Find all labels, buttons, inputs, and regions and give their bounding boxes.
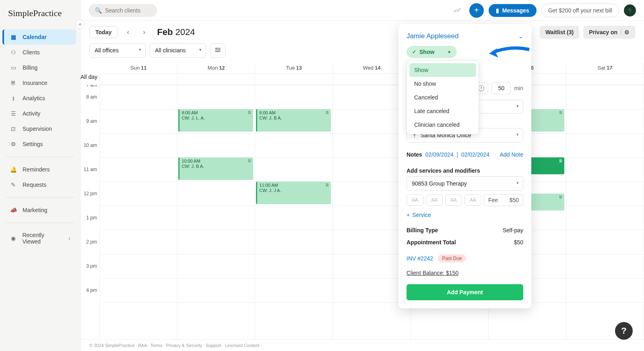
status-option-no-show[interactable]: No show — [409, 77, 476, 91]
status-option-clinician-canceled[interactable]: Clinician canceled — [409, 118, 476, 132]
trend-icon-button[interactable] — [450, 3, 464, 18]
calendar-filters: All offices All clinicians — [80, 43, 644, 62]
search-input[interactable]: 🔍 Search clients — [89, 4, 157, 17]
avatar[interactable] — [624, 4, 636, 17]
modifier-input-3[interactable]: AA — [445, 194, 462, 206]
sidebar-item-marketing[interactable]: 📣Marketing — [4, 202, 76, 218]
note-link-2[interactable]: 02/02/2024 — [461, 151, 489, 158]
hour-label: 10 am — [80, 142, 99, 167]
svg-point-3 — [217, 51, 218, 52]
day-header: Sat 17 — [566, 62, 644, 73]
appointment-flyout: Jamie Appleseed ⌄ ✓ Show ▼ ShowNo showCa… — [398, 24, 531, 308]
messages-button[interactable]: ▮ Messages — [489, 4, 537, 17]
hour-label: 8 am — [80, 94, 99, 118]
sidebar-item-supervision[interactable]: ⊡Supervision — [4, 121, 76, 136]
gear-icon: ⚙ — [621, 29, 630, 35]
day-header: Sun 11 — [100, 62, 178, 73]
settings-icon: ⚙ — [10, 140, 17, 148]
logo: SimplePractice — [0, 5, 80, 27]
status-dropdown[interactable]: ✓ Show ▼ — [407, 46, 457, 58]
chevron-down-icon[interactable]: ⌄ — [518, 33, 523, 39]
allday-cell[interactable] — [178, 74, 255, 85]
check-icon: ✓ — [412, 49, 416, 55]
add-payment-button[interactable]: Add Payment — [407, 284, 523, 300]
sidebar: SimplePractice « ▦Calendar⚇Clients▭Billi… — [0, 0, 80, 351]
next-week-button[interactable]: › — [138, 27, 150, 38]
plus-icon: + — [407, 212, 410, 218]
note-icon: 🗎 — [559, 159, 563, 163]
client-name-link[interactable]: Jamie Appleseed — [407, 32, 458, 40]
sidebar-item-recently-viewed[interactable]: ◉ Recently Viewed › — [4, 228, 76, 249]
chevron-right-icon: › — [68, 235, 70, 242]
hour-label: 4 pm — [80, 287, 99, 312]
status-menu: ShowNo showCanceledLate canceledClinicia… — [407, 60, 479, 134]
prev-week-button[interactable]: ‹ — [122, 27, 134, 38]
sidebar-item-requests[interactable]: ✎Requests — [4, 177, 76, 192]
help-fab[interactable]: ? — [615, 322, 633, 340]
note-icon: 🗎 — [559, 110, 563, 115]
eye-icon: ◉ — [10, 235, 17, 242]
note-icon: 🗎 — [559, 195, 563, 200]
filter-settings-button[interactable] — [210, 43, 225, 58]
calendar-event[interactable]: 11:00 AMCW: J. J A.🗎 — [256, 182, 331, 204]
hour-label: 9 am — [80, 118, 99, 142]
client-balance-link[interactable]: Client Balance: $150 — [407, 270, 523, 276]
sidebar-item-activity[interactable]: ☰Activity — [4, 106, 76, 121]
invoice-link[interactable]: INV #2242 — [407, 255, 433, 262]
calendar-toolbar: Today ‹ › Feb 2024 Waitlist (3) Privacy … — [80, 21, 644, 43]
day-column[interactable]: 8:00 AMCW: J. B A.🗎11:00 AMCW: J. J A.🗎 — [255, 85, 333, 339]
note-icon: 🗎 — [325, 183, 329, 188]
calendar-event[interactable]: 8:00 AMCW: J. L. A.🗎 — [178, 109, 253, 132]
day-header: Mon 12 — [178, 62, 255, 73]
offices-select[interactable]: All offices — [89, 43, 146, 58]
sidebar-item-clients[interactable]: ⚇Clients — [4, 45, 76, 60]
sidebar-item-billing[interactable]: ▭Billing — [4, 60, 76, 75]
analytics-icon: ⫿ — [10, 95, 17, 102]
modifier-input-1[interactable]: AA — [407, 194, 423, 206]
promo-button[interactable]: Get $200 off your next bill — [541, 4, 619, 17]
billing-icon: ▭ — [10, 64, 17, 71]
status-option-show[interactable]: Show — [409, 63, 476, 77]
day-column[interactable] — [100, 85, 178, 339]
note-icon: 🗎 — [325, 110, 329, 115]
allday-label: All day — [80, 74, 99, 80]
modifier-input-4[interactable]: AA — [464, 194, 481, 206]
day-column[interactable] — [566, 85, 644, 339]
allday-cell[interactable] — [566, 74, 644, 85]
caret-down-icon: ▼ — [447, 50, 451, 54]
today-button[interactable]: Today — [89, 26, 118, 38]
add-note-button[interactable]: Add Note — [500, 151, 523, 158]
status-option-canceled[interactable]: Canceled — [409, 91, 476, 104]
note-link-1[interactable]: 02/09/2024 — [425, 151, 454, 158]
allday-cell[interactable] — [255, 74, 333, 85]
note-icon: 🗎 — [248, 110, 252, 115]
hour-label: 12 pm — [80, 191, 99, 215]
privacy-button[interactable]: Privacy on⚙ — [583, 26, 635, 39]
add-button[interactable]: + — [469, 3, 484, 18]
sidebar-item-reminders[interactable]: 🔔Reminders — [4, 162, 76, 177]
supervision-icon: ⊡ — [10, 125, 17, 132]
sidebar-item-insurance[interactable]: ⛨Insurance — [4, 75, 76, 91]
hour-label: 1 pm — [80, 215, 99, 239]
allday-cell[interactable] — [100, 74, 178, 85]
sidebar-item-calendar[interactable]: ▦Calendar — [2, 29, 76, 45]
clients-icon: ⚇ — [10, 49, 17, 56]
day-column[interactable]: 8:00 AMCW: J. L. A.🗎10:00 AMCW: J. B A.🗎 — [178, 85, 255, 339]
chat-icon: ▮ — [496, 7, 499, 14]
clinicians-select[interactable]: All clinicians — [150, 43, 206, 58]
calendar-event[interactable]: 10:00 AMCW: J. B A.🗎 — [178, 157, 253, 180]
footer: © 2024 SimplePractice · BAA · Terms · Pr… — [80, 339, 644, 351]
hour-label: 11 am — [80, 167, 99, 191]
requests-icon: ✎ — [10, 181, 17, 188]
add-service-button[interactable]: + Service — [407, 212, 523, 218]
sidebar-item-analytics[interactable]: ⫿Analytics — [4, 91, 76, 106]
megaphone-icon: 📣 — [10, 206, 17, 214]
modifier-input-2[interactable]: AA — [426, 194, 443, 206]
sidebar-item-settings[interactable]: ⚙Settings — [4, 136, 76, 152]
calendar-event[interactable]: 8:00 AMCW: J. B A.🗎 — [256, 109, 331, 132]
service-select[interactable]: 90853 Group Therapy — [407, 176, 523, 191]
fee-input[interactable]: Fee$50 — [484, 194, 523, 206]
duration-input[interactable]: 50 — [491, 82, 511, 94]
waitlist-button[interactable]: Waitlist (3) — [540, 26, 579, 39]
status-option-late-canceled[interactable]: Late canceled — [409, 104, 476, 118]
